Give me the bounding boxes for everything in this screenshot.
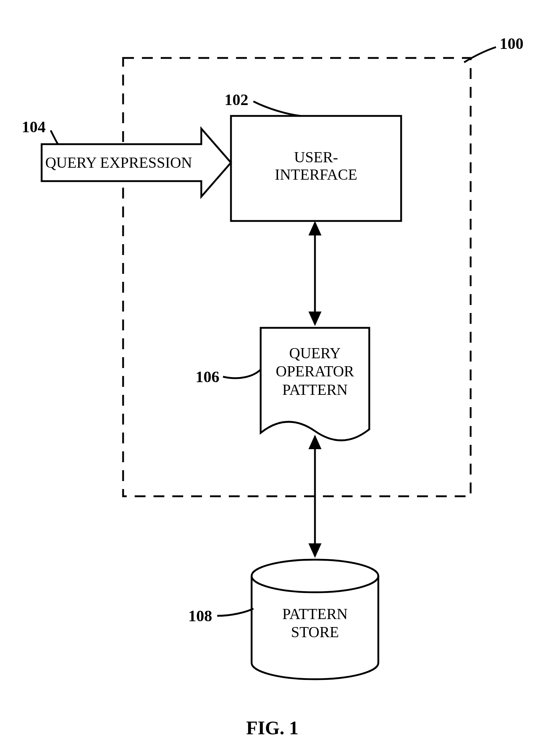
leader-system — [464, 47, 496, 62]
svg-marker-2 — [308, 312, 321, 326]
label-query-expression: QUERY EXPRESSION — [45, 154, 192, 171]
ref-ui: 102 — [224, 91, 248, 109]
label-pattern-store: PATTERN STORE — [252, 605, 378, 642]
svg-marker-5 — [308, 543, 321, 558]
label-query-operator-pattern: QUERY OPERATOR PATTERN — [261, 344, 369, 399]
leader-ui — [253, 101, 300, 116]
leader-pattern — [223, 369, 261, 378]
figure-caption: FIG. 1 — [246, 717, 298, 739]
leader-query-expression — [51, 130, 58, 144]
svg-marker-4 — [308, 435, 321, 449]
ref-store: 108 — [188, 607, 212, 625]
leader-store — [217, 609, 253, 616]
arrow-ui-to-pattern — [308, 221, 321, 326]
ref-pattern: 106 — [195, 368, 219, 386]
svg-point-6 — [252, 560, 378, 592]
label-user-interface: USER- INTERFACE — [231, 149, 401, 183]
diagram-canvas: 100 102 104 106 108 QUERY EXPRESSION USE… — [0, 0, 551, 756]
ref-query-expression: 104 — [22, 118, 46, 136]
svg-marker-1 — [308, 221, 321, 235]
ref-system: 100 — [500, 34, 523, 53]
